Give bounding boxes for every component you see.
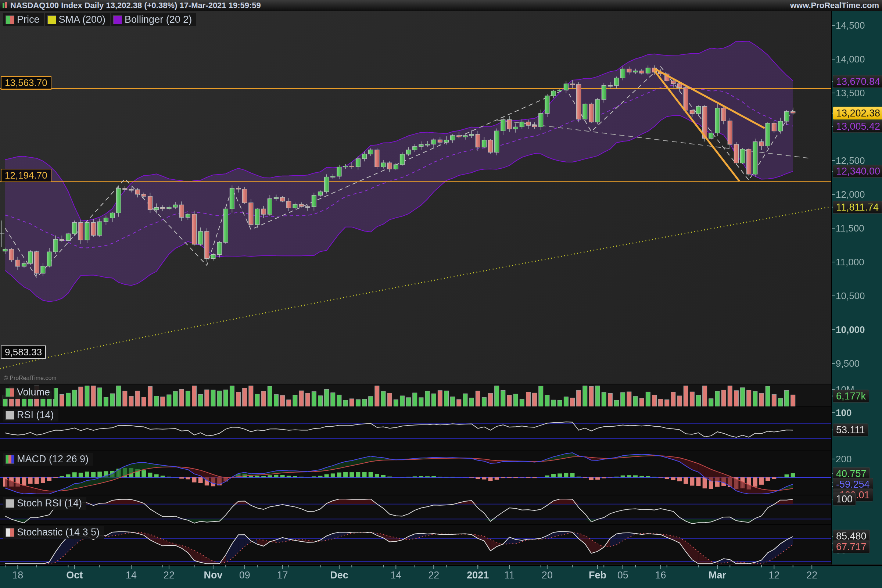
chart-title: NASDAQ100 Index Daily 13,202.38 (+0.38%)… <box>10 1 261 10</box>
y-axis-tick: 10,500 <box>836 290 865 302</box>
y-axis-tick: 12,000 <box>836 189 865 200</box>
prorealtime-chart-window: NASDAQ100 Index Daily 13,202.38 (+0.38%)… <box>0 0 882 588</box>
legend-swatch-icon <box>6 499 14 508</box>
value-badge-price: 13,005.42 <box>833 120 882 133</box>
y-axis-tick: 200 <box>836 453 852 465</box>
x-axis-label: 18 <box>12 570 23 581</box>
legend-chip-volume[interactable]: Volume <box>3 386 54 399</box>
value-badge-rsi: 53.111 <box>833 423 868 436</box>
y-axis-tick: 13,500 <box>836 87 865 99</box>
price-level-label: 9,583.33 <box>1 345 46 359</box>
x-axis-label: 22 <box>806 570 818 581</box>
legend-swatch-icon <box>6 455 14 464</box>
legend-label: Bollinger (20 2) <box>124 14 192 26</box>
legend-label: MACD (12 26 9) <box>17 453 88 465</box>
legend-chip-sma-200-[interactable]: SMA (200) <box>45 13 110 26</box>
website-link[interactable]: www.ProRealTime.com <box>790 1 879 10</box>
x-axis-label: 12 <box>768 570 780 581</box>
value-badge-price: 11,811.74 <box>833 201 882 213</box>
y-axis-tick: 11,500 <box>836 223 864 234</box>
legend-label: Volume <box>17 387 50 398</box>
legend-swatch-icon <box>6 15 14 24</box>
y-axis-tick: 10,000 <box>836 324 865 336</box>
x-axis-label: 22 <box>428 570 439 581</box>
legend-stoch: Stochastic (14 3 5) <box>3 526 105 539</box>
legend-price: PriceSMA (200)Bollinger (20 2) <box>3 13 197 26</box>
x-axis-label: Oct <box>66 570 82 581</box>
value-badge-price: 13,202.38 <box>833 106 882 119</box>
copyright-note: © ProRealTime.com <box>4 375 57 381</box>
value-badge-price: 13,670.84 <box>833 75 882 88</box>
legend-chip-macd-12-26-9-[interactable]: MACD (12 26 9) <box>3 453 93 466</box>
x-axis-label: 16 <box>655 570 666 581</box>
candlestick-icon <box>2 2 8 9</box>
price-level-label: 13,563.70 <box>1 76 51 90</box>
y-axis-tick: 12,500 <box>836 155 865 166</box>
value-badge-price: 12,340.00 <box>833 165 882 178</box>
x-axis-label: Feb <box>589 570 606 581</box>
legend-label: Stoch RSI (14) <box>17 498 82 509</box>
x-axis-label: 11 <box>504 570 514 581</box>
x-axis-label: 05 <box>617 570 628 581</box>
x-axis-label: 14 <box>390 570 401 581</box>
y-axis-tick: 14,000 <box>836 54 865 65</box>
legend-swatch-icon <box>47 15 56 24</box>
x-axis-label: 17 <box>277 570 288 581</box>
x-axis-label: 14 <box>126 570 137 581</box>
y-axis-tick: 9,500 <box>836 358 860 369</box>
y-axis-tick: 14,500 <box>836 20 865 31</box>
x-axis-label: 09 <box>239 570 250 581</box>
legend-label: SMA (200) <box>59 14 106 26</box>
legend-chip-stoch-rsi-14-[interactable]: Stoch RSI (14) <box>3 497 86 510</box>
legend-chip-bollinger-20-2-[interactable]: Bollinger (20 2) <box>111 13 196 26</box>
value-badge-volume: 6,177k <box>833 390 869 402</box>
value-badge-stochrsi: 100 <box>833 493 856 506</box>
x-axis-label: Mar <box>708 570 726 581</box>
x-axis-label: 22 <box>164 570 175 581</box>
legend-volume: Volume <box>3 386 55 399</box>
legend-label: Price <box>17 14 40 26</box>
legend-label: Stochastic (14 3 5) <box>17 526 100 538</box>
x-axis-label: Nov <box>204 570 222 581</box>
title-bar: NASDAQ100 Index Daily 13,202.38 (+0.38%)… <box>0 0 882 11</box>
x-axis-label: 20 <box>542 570 553 581</box>
legend-chip-price[interactable]: Price <box>3 13 44 26</box>
legend-label: RSI (14) <box>17 410 54 421</box>
x-axis-label: Dec <box>330 570 348 581</box>
legend-swatch-icon <box>6 528 14 537</box>
legend-chip-rsi-14-[interactable]: RSI (14) <box>3 409 58 422</box>
legend-swatch-icon <box>6 388 14 397</box>
legend-chip-stochastic-14-3-5-[interactable]: Stochastic (14 3 5) <box>3 526 104 539</box>
price-level-label: 12,194.70 <box>1 169 51 182</box>
legend-swatch-icon <box>113 15 122 24</box>
y-axis-tick: 11,000 <box>836 256 864 268</box>
value-badge-stoch: 67.717 <box>833 541 870 554</box>
legend-macd: MACD (12 26 9) <box>3 453 94 466</box>
legend-rsi: RSI (14) <box>3 409 59 422</box>
y-axis-tick: 100 <box>836 407 852 418</box>
chart-canvas[interactable] <box>0 0 882 588</box>
legend-stochrsi: Stoch RSI (14) <box>3 497 87 510</box>
legend-swatch-icon <box>6 411 14 420</box>
x-axis-label: 2021 <box>467 570 489 581</box>
